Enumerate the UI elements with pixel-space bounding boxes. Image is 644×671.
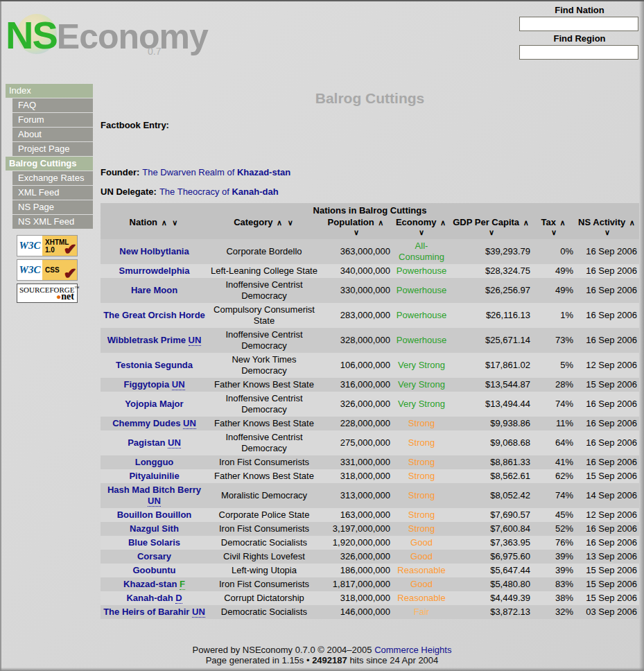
nation-link-longguo[interactable]: Longguo: [135, 457, 174, 467]
sort-asc-population-icon[interactable]: ∧: [376, 218, 385, 227]
un-member-marker[interactable]: UN: [148, 496, 161, 507]
sidebar-item-about[interactable]: About: [12, 128, 93, 141]
gdp-cell: $4,449.39: [451, 591, 532, 605]
tax-cell: 28%: [532, 378, 575, 392]
nation-cell: The Heirs of Barahir UN: [101, 605, 208, 619]
nation-link-bouillon-bouillon[interactable]: Bouillon Bouillon: [117, 509, 192, 520]
founder-label: Founder:: [101, 167, 139, 177]
nation-link-the-great-orcish-horde[interactable]: The Great Orcish Horde: [103, 310, 205, 320]
sidebar-item-exchange-rates[interactable]: Exchange Rates: [12, 171, 93, 185]
nation-link-yojopia-major[interactable]: Yojopia Major: [125, 399, 183, 409]
commerce-heights-link[interactable]: Commerce Heights: [374, 645, 451, 655]
nation-link-corsary[interactable]: Corsary: [137, 551, 171, 561]
category-cell: Inoffensive Centrist Democracy: [208, 278, 320, 303]
nation-link-pityaluinilie[interactable]: Pityaluinilie: [129, 471, 179, 481]
nation-link-figgytopia[interactable]: Figgytopia: [123, 379, 169, 390]
un-member-marker[interactable]: UN: [183, 418, 196, 429]
sort-asc-economy-icon[interactable]: ∧: [439, 218, 447, 227]
nation-link-kanah-dah[interactable]: Kanah-dah: [126, 593, 173, 603]
economy-cell: Very Strong: [392, 353, 451, 378]
sort-desc-population-icon[interactable]: ∨: [352, 228, 360, 236]
ns-activity-cell: 16 Sep 2006: [575, 278, 639, 303]
sidebar-item-forum[interactable]: Forum: [12, 113, 93, 127]
find-nation-input[interactable]: [519, 17, 638, 31]
nation-link-hash-mad-bitch-berry[interactable]: Hash Mad Bitch Berry: [107, 485, 201, 495]
un-member-marker[interactable]: UN: [172, 379, 185, 390]
sort-asc-category-icon[interactable]: ∧: [275, 218, 284, 227]
founder-link[interactable]: The Dwarven Realm of Khazad-stan: [142, 167, 290, 177]
category-cell: Moralistic Democracy: [208, 483, 320, 508]
delegate-nation-name: Kanah-dah: [232, 186, 278, 197]
economy-rating: Strong: [408, 490, 435, 500]
population-cell: 340,000,000: [320, 264, 392, 278]
ns-activity-cell: 16 Sep 2006: [575, 417, 639, 430]
nation-link-new-holbytlania[interactable]: New Holbytlania: [119, 246, 189, 256]
nation-link-nazgul-sith[interactable]: Nazgul Sith: [130, 523, 179, 534]
nation-row: Chemmy Dudes UNFather Knows Best State22…: [101, 417, 639, 430]
sort-asc-gdp-per-capita-icon[interactable]: ∧: [522, 218, 530, 227]
column-label-tax: Tax: [541, 217, 558, 227]
sort-asc-ns-activity-icon[interactable]: ∧: [628, 218, 636, 227]
economy-rating: Very Strong: [398, 379, 445, 390]
delegate-marker[interactable]: D: [175, 593, 182, 604]
w3c-css-badge[interactable]: W3C CSS ✔: [17, 259, 78, 281]
population-cell: 313,000,000: [320, 483, 392, 508]
nation-row: New HolbytlaniaCorporate Bordello363,000…: [101, 239, 639, 264]
sidebar-item-index[interactable]: Index: [6, 84, 93, 98]
nation-link-the-heirs-of-barahir[interactable]: The Heirs of Barahir: [103, 607, 189, 617]
nation-link-wibbletrask-prime[interactable]: Wibbletrask Prime: [107, 335, 186, 345]
nation-cell: Nazgul Sith: [101, 522, 208, 536]
sort-desc-ns-activity-icon[interactable]: ∨: [603, 228, 611, 236]
sidebar-item-xml-feed[interactable]: XML Feed: [12, 186, 93, 200]
nation-cell: Bouillon Bouillon: [101, 508, 208, 522]
sort-desc-category-icon[interactable]: ∨: [286, 218, 295, 227]
nation-cell: Pityaluinilie: [101, 469, 208, 483]
sourceforge-badge[interactable]: SOURCEFORGE™ ●net: [17, 284, 78, 303]
nation-link-blue-solaris[interactable]: Blue Solaris: [128, 537, 180, 548]
population-cell: 228,000,000: [320, 417, 392, 430]
un-member-marker[interactable]: UN: [189, 335, 202, 346]
gdp-cell: $26,116.13: [451, 303, 532, 328]
find-region-input[interactable]: [519, 45, 638, 60]
sort-desc-tax-icon[interactable]: ∨: [550, 228, 558, 236]
sort-desc-nation-icon[interactable]: ∨: [171, 218, 179, 227]
nation-link-chemmy-dudes[interactable]: Chemmy Dudes: [112, 418, 180, 428]
category-cell: Democratic Socialists: [208, 605, 320, 619]
nation-link-smurrowdelphia[interactable]: Smurrowdelphia: [119, 265, 190, 276]
sidebar-item-ns-page[interactable]: NS Page: [12, 200, 93, 214]
column-header-nation: Nation ∧ ∨: [101, 216, 208, 239]
sidebar-item-project-page[interactable]: Project Page: [12, 142, 93, 156]
hit-counter: 2492187: [312, 655, 347, 665]
ns-activity-cell: 16 Sep 2006: [575, 303, 639, 328]
nation-link-khazad-stan[interactable]: Khazad-stan: [123, 579, 177, 589]
sidebar-item-faq[interactable]: FAQ: [12, 98, 93, 112]
founder-marker[interactable]: F: [180, 579, 185, 590]
un-member-marker[interactable]: UN: [192, 607, 205, 618]
sort-asc-nation-icon[interactable]: ∧: [160, 218, 168, 227]
w3c-xhtml-badge[interactable]: W3C XHTML 1.0 ✔: [17, 235, 78, 256]
sidebar-item-ns-xml-feed[interactable]: NS XML Feed: [12, 215, 93, 229]
sort-desc-economy-icon[interactable]: ∨: [417, 228, 426, 236]
site-logo[interactable]: NSEconomy 0.7: [6, 3, 214, 72]
gdp-cell: $9,068.68: [451, 430, 532, 455]
un-delegate-link[interactable]: The Theocracy of Kanah-dah: [159, 186, 279, 197]
population-cell: 275,000,000: [320, 430, 392, 455]
nation-link-goobuntu[interactable]: Goobuntu: [132, 565, 175, 575]
sidebar-item-balrog-cuttings[interactable]: Balrog Cuttings: [6, 157, 93, 171]
sort-desc-gdp-per-capita-icon[interactable]: ∨: [487, 228, 496, 236]
nation-link-testonia-segunda[interactable]: Testonia Segunda: [116, 360, 193, 370]
checkmark-icon: ✔: [64, 265, 76, 283]
column-label-category: Category: [234, 217, 275, 227]
economy-cell: Powerhouse: [392, 303, 451, 328]
nation-row: GoobuntuLeft-wing Utopia186,000,000Reaso…: [101, 564, 639, 577]
sort-asc-tax-icon[interactable]: ∧: [559, 218, 567, 227]
economy-cell: Strong: [392, 417, 451, 430]
tax-cell: 64%: [532, 430, 575, 455]
ns-activity-cell: 15 Sep 2006: [575, 577, 639, 591]
economy-rating: Powerhouse: [397, 285, 446, 295]
population-cell: 146,000,000: [320, 605, 392, 619]
nation-link-hare-moon[interactable]: Hare Moon: [131, 285, 177, 295]
nation-link-pagistan[interactable]: Pagistan: [128, 437, 165, 448]
population-cell: 363,000,000: [320, 239, 392, 264]
un-member-marker[interactable]: UN: [168, 437, 181, 448]
